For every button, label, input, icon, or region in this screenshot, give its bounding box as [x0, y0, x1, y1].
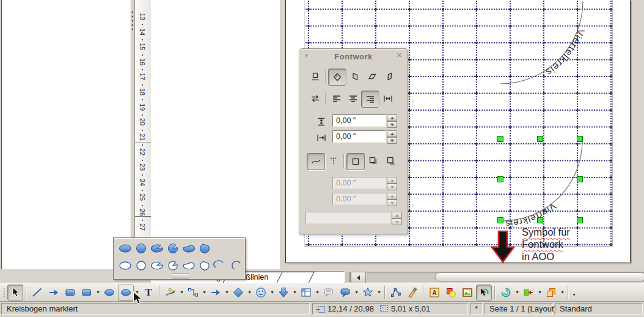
edit-points-button[interactable] — [388, 285, 404, 300]
horizontal-scrollbar-thumb[interactable] — [435, 272, 644, 282]
fontwork-gallery-button[interactable]: A — [426, 285, 442, 300]
callouts-flyout-arrow[interactable]: ▾ — [354, 285, 359, 300]
flyout-ellipse-pie[interactable] — [149, 241, 164, 256]
rectangle-flyout-arrow[interactable]: ▾ — [95, 285, 101, 300]
selection-handle-mid-right[interactable] — [577, 177, 583, 182]
close-icon[interactable]: ✕ — [397, 51, 402, 59]
fontwork-slant-vertical-button[interactable] — [381, 69, 398, 84]
stars-flyout-arrow[interactable]: ▾ — [376, 285, 382, 300]
basic-shapes-flyout-arrow[interactable]: ▾ — [247, 285, 252, 300]
fontwork-upright-button[interactable] — [346, 69, 364, 84]
fontwork-autosize-button[interactable] — [379, 91, 397, 106]
selection-handle-bottom-left[interactable] — [498, 218, 503, 223]
horizontal-scrollbar[interactable] — [367, 272, 644, 282]
text-tool-button[interactable]: T — [141, 285, 156, 300]
tab-scrollbar-splitter[interactable] — [344, 272, 351, 282]
glue-points-button[interactable] — [404, 285, 420, 300]
block-arrows-flyout-arrow[interactable]: ▾ — [292, 285, 298, 300]
flyout-ellipse-outline[interactable] — [117, 258, 133, 273]
fontwork-dialog[interactable]: Fontwork ▾ ✕ — [299, 48, 408, 234]
basic-shapes-button[interactable] — [230, 285, 246, 300]
lines-and-arrows-button[interactable] — [208, 285, 224, 300]
fontwork-rotate-button[interactable] — [328, 69, 346, 86]
toolbar-grip[interactable] — [1, 286, 7, 299]
ellipse-tool-button[interactable] — [101, 285, 117, 300]
annotation-text[interactable]: Symbol für Fontwork in AOO — [522, 226, 589, 263]
flyout-ellipse-segment[interactable] — [181, 241, 196, 256]
distance-value[interactable]: 0,00 " — [332, 114, 386, 127]
fontwork-contour-button[interactable] — [307, 153, 325, 170]
curve-tool-button[interactable] — [163, 285, 178, 300]
spin-down-button[interactable] — [387, 137, 397, 144]
flyout-circle-pie-outline[interactable] — [165, 258, 180, 273]
flyout-circle[interactable] — [133, 241, 148, 256]
fontwork-off-button[interactable] — [307, 69, 324, 84]
scroll-left-button[interactable] — [351, 272, 366, 283]
position-size-field[interactable]: 12,14 / 20,98 5,01 x 5,01 — [312, 303, 468, 315]
symbol-shapes-flyout-arrow[interactable]: ▾ — [269, 285, 275, 300]
rotate-mode-button[interactable] — [476, 285, 492, 300]
selection-handle-top-center[interactable] — [538, 136, 543, 142]
flyout-circle-segment[interactable] — [197, 241, 212, 256]
connector-flyout-arrow[interactable]: ▾ — [202, 285, 207, 300]
fontwork-distance-field[interactable]: 0,00 " — [332, 114, 397, 128]
drawing-area-blank[interactable] — [151, 0, 280, 269]
curve-flyout-arrow[interactable]: ▾ — [179, 285, 185, 300]
page-info-field[interactable]: Seite 1 / 1 (Layout) — [485, 303, 553, 315]
line-with-arrow-tool-button[interactable] — [46, 285, 62, 300]
flyout-drag-handle[interactable] — [172, 274, 189, 278]
selection-handle-bottom-center[interactable] — [538, 218, 543, 223]
alignment-flyout-arrow[interactable]: ▾ — [537, 285, 543, 300]
spin-up-button[interactable] — [387, 130, 397, 137]
fontwork-indent-field[interactable]: 0,00 " — [332, 130, 397, 144]
ellipse-flyout-arrow[interactable]: ▾ — [134, 285, 140, 300]
lines-and-arrows-flyout-arrow[interactable]: ▾ — [224, 285, 230, 300]
flowchart-flyout-arrow[interactable]: ▾ — [315, 285, 320, 300]
fontwork-text-top[interactable]: Viertelkreis — [544, 28, 587, 78]
spin-down-button[interactable] — [387, 121, 397, 128]
symbol-shapes-button[interactable] — [253, 285, 269, 300]
select-tool-button[interactable] — [7, 285, 23, 300]
callouts-flyout-button[interactable] — [337, 285, 353, 300]
flyout-ellipse[interactable] — [117, 241, 133, 256]
fontwork-vertical-shadow-button[interactable] — [365, 153, 382, 169]
effects-flyout-arrow[interactable]: ▾ — [514, 285, 520, 300]
selection-handle-top-left[interactable] — [498, 136, 503, 142]
flowchart-button[interactable] — [298, 285, 314, 300]
vertical-ruler[interactable]: 131415161718192021222324252627 — [134, 0, 152, 269]
fontwork-text-contour-button[interactable] — [325, 153, 342, 169]
flyout-circle-outline[interactable] — [133, 258, 148, 273]
flyout-circle-segment-outline[interactable] — [197, 258, 212, 273]
selection-handle-top-right[interactable] — [577, 136, 583, 142]
toolbar-overflow-button[interactable]: ▾ — [571, 287, 577, 303]
effects-flyout-button[interactable] — [498, 285, 514, 300]
fontwork-orientation-button[interactable] — [307, 91, 324, 106]
fontwork-slant-shadow-button[interactable] — [382, 153, 399, 169]
flyout-ellipse-arc[interactable] — [213, 258, 228, 273]
selection-handle-bottom-right[interactable] — [577, 218, 583, 223]
line-tool-button[interactable] — [29, 285, 45, 300]
arrange-flyout-arrow[interactable]: ▾ — [560, 285, 565, 300]
fontwork-slant-horizontal-button[interactable] — [364, 69, 381, 84]
rectangle-tool-button[interactable] — [62, 285, 78, 300]
gallery-button[interactable] — [459, 285, 475, 300]
rectangle-flyout-button[interactable] — [79, 285, 95, 300]
flyout-ellipse-pie-outline[interactable] — [149, 258, 164, 273]
selection-handle-mid-left[interactable] — [498, 177, 503, 182]
fontwork-align-right-button[interactable] — [361, 91, 379, 108]
fontwork-align-center-button[interactable] — [345, 91, 362, 106]
ellipse-flyout-toolbar[interactable] — [113, 237, 246, 280]
fontwork-align-left-button[interactable] — [328, 91, 345, 106]
alignment-flyout-button[interactable] — [521, 285, 536, 300]
spin-up-button[interactable] — [387, 114, 397, 121]
page-style-field[interactable]: Standard — [555, 303, 643, 315]
dialog-menu-icon[interactable]: ▾ — [305, 52, 308, 59]
flyout-ellipse-segment-outline[interactable] — [181, 258, 196, 273]
indent-value[interactable]: 0,00 " — [332, 130, 386, 143]
annotation-down-arrow[interactable] — [492, 231, 514, 262]
insert-from-file-button[interactable] — [443, 285, 459, 300]
flyout-circle-arc[interactable] — [229, 258, 244, 273]
block-arrows-button[interactable] — [276, 285, 291, 300]
left-document-panel[interactable] — [1, 0, 131, 269]
flyout-circle-pie[interactable] — [165, 241, 180, 256]
